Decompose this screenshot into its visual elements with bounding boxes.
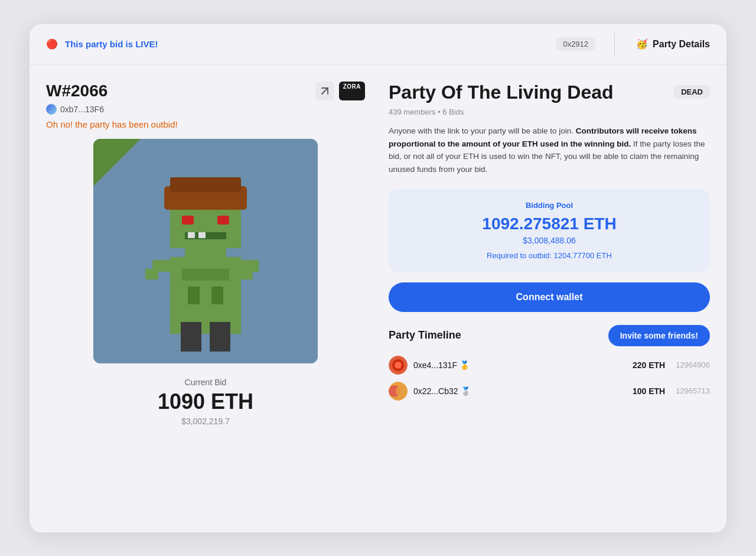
- timeline-item: 0x22...Cb32 🥈 100 ETH 12965713: [389, 382, 710, 401]
- party-name: Party Of The Living Dead: [389, 82, 664, 103]
- badge-icon: 🥈: [461, 386, 471, 396]
- live-word: LIVE!: [135, 39, 158, 49]
- bidding-pool-eth: 1092.275821 ETH: [403, 214, 696, 233]
- main-card: 🔴 This party bid is LIVE! 0x2912 🥳 Party…: [30, 24, 726, 532]
- svg-rect-6: [170, 177, 241, 192]
- nft-image: [93, 139, 318, 363]
- left-panel: W#2066 ZORA 0xb7...13F6 Oh no! the party…: [46, 82, 365, 426]
- svg-rect-23: [395, 362, 402, 369]
- svg-rect-14: [211, 287, 223, 304]
- svg-rect-4: [170, 204, 241, 248]
- bidding-pool-box: Bidding Pool 1092.275821 ETH $3,008,488.…: [389, 189, 710, 272]
- timeline-address: 0xe4...131F 🥇: [413, 360, 627, 370]
- party-details-header: 🥳 Party Details: [622, 38, 710, 50]
- top-banner: 🔴 This party bid is LIVE! 0x2912 🥳 Party…: [30, 24, 726, 65]
- timeline-header: Party Timeline Invite some friends!: [389, 325, 710, 346]
- timeline-block: 12964906: [676, 360, 710, 369]
- globe-icon: [46, 104, 57, 115]
- bid-info: Current Bid 1090 ETH $3,002,219.7: [46, 378, 365, 426]
- right-panel: Party Of The Living Dead DEAD 439 member…: [389, 82, 710, 426]
- live-status-text: This party bid is LIVE!: [65, 39, 549, 49]
- timeline-title: Party Timeline: [389, 329, 461, 342]
- svg-rect-19: [181, 322, 201, 352]
- svg-rect-13: [188, 287, 200, 304]
- current-bid-label: Current Bid: [46, 378, 365, 387]
- wallet-address: 0xb7...13F6: [46, 104, 365, 115]
- svg-rect-18: [240, 269, 253, 279]
- members-count: 439 members: [389, 108, 435, 116]
- svg-rect-20: [210, 322, 230, 352]
- badge-icon: 🥇: [460, 360, 470, 370]
- main-content: W#2066 ZORA 0xb7...13F6 Oh no! the party…: [30, 65, 726, 443]
- live-prefix: This party bid is: [65, 39, 135, 49]
- invite-friends-button[interactable]: Invite some friends!: [608, 325, 710, 346]
- avatar: [389, 356, 408, 375]
- addr-text: 0xe4...131F: [413, 360, 457, 370]
- live-dot-icon: 🔴: [46, 38, 58, 50]
- timeline-items: 0xe4...131F 🥇 220 ETH 12964906: [389, 356, 710, 401]
- party-name-row: Party Of The Living Dead DEAD: [389, 82, 710, 103]
- party-details-label: Party Details: [653, 39, 710, 50]
- nft-icons: ZORA: [315, 82, 365, 100]
- connect-wallet-button[interactable]: Connect wallet: [389, 282, 710, 312]
- svg-rect-12: [182, 269, 229, 281]
- nft-title-row: W#2066 ZORA: [46, 82, 365, 100]
- divider: [614, 32, 615, 56]
- addr-text: 0x22...Cb32: [413, 386, 458, 396]
- avatar: [389, 382, 408, 401]
- svg-rect-17: [145, 269, 158, 279]
- current-bid-usd: $3,002,219.7: [46, 417, 365, 426]
- required-outbid: Required to outbid: 1204.77700 ETH: [403, 251, 696, 260]
- timeline-eth: 220 ETH: [633, 360, 665, 370]
- timeline-address: 0x22...Cb32 🥈: [413, 386, 627, 396]
- party-description: Anyone with the link to your party will …: [389, 125, 710, 175]
- wallet-addr-text: 0xb7...13F6: [60, 105, 104, 114]
- timeline-item: 0xe4...131F 🥇 220 ETH 12964906: [389, 356, 710, 375]
- bids-count: 6 Bids: [442, 108, 464, 116]
- svg-rect-7: [182, 216, 194, 225]
- timeline-eth: 100 ETH: [633, 386, 665, 396]
- outbid-message: Oh no! the party has been outbid!: [46, 119, 365, 129]
- external-link-icon[interactable]: [315, 82, 334, 100]
- party-emoji: 🥳: [636, 38, 648, 50]
- nft-id: W#2066: [46, 82, 107, 100]
- bidding-pool-label: Bidding Pool: [403, 201, 696, 210]
- dead-badge: DEAD: [674, 85, 710, 99]
- svg-rect-10: [188, 232, 195, 238]
- svg-rect-8: [217, 216, 229, 225]
- desc-part1: Anyone with the link to your party will …: [389, 126, 576, 135]
- current-bid-value: 1090 ETH: [46, 389, 365, 414]
- address-pill: 0x2912: [556, 37, 595, 51]
- svg-point-26: [396, 385, 408, 397]
- party-meta: 439 members • 6 Bids: [389, 108, 710, 116]
- zora-badge: ZORA: [339, 82, 365, 100]
- timeline-block: 12965713: [676, 386, 710, 395]
- svg-rect-11: [198, 232, 206, 238]
- bidding-pool-usd: $3,008,488.06: [403, 236, 696, 245]
